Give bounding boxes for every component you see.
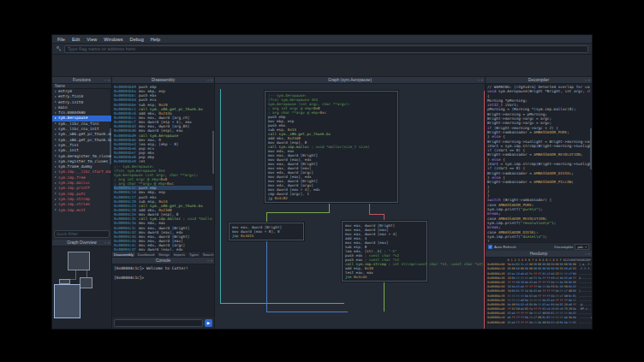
hex-row[interactable]: 0x00004c2083ec14e8a3fcffff81c3d8230000c7… [487, 272, 590, 276]
graph-edge [266, 312, 348, 312]
graph-panel-title: Graph (sym.Aeropause) [328, 78, 372, 82]
hexdump-title: Hexdump [530, 252, 548, 256]
graph-edge-false [369, 201, 370, 214]
tab-dashboard[interactable]: Dashboard [136, 252, 158, 257]
asm-line[interactable]: jne 0x4cd3 [345, 275, 424, 279]
console-panel: Console ▫× [0x00004c1c]> Welcome to Cutt… [112, 258, 214, 329]
decompiler-footer: ✓ Auto Refresh Decompiler pdc ▾ [486, 242, 592, 251]
decompiler-scrollbar[interactable] [590, 84, 592, 242]
omnibar [52, 44, 592, 55]
function-item[interactable]: sym.imp.exit [52, 208, 111, 213]
hex-row[interactable]: 0x00004c607d08017f1d8b83e8ffffff8b00c740… [487, 289, 590, 294]
close-icon[interactable]: × [588, 79, 590, 82]
graph-edge [266, 239, 267, 312]
menu-windows[interactable]: Windows [104, 37, 122, 42]
undock-icon[interactable]: ▫ [585, 79, 586, 82]
console-input-box[interactable] [114, 319, 203, 327]
graph-node-false-branch[interactable]: mov eax, dword [Bright]mov eax, dword [e… [342, 221, 427, 282]
console-input[interactable] [115, 328, 206, 334]
hex-row[interactable]: 0x00004cc0e8ffffff8b00c7400c02000000eb3e… [487, 316, 590, 320]
tab-imports[interactable]: Imports [172, 252, 188, 257]
graph-overview-titlebar[interactable]: Graph Overview ▫× [52, 240, 111, 246]
minimap-node [68, 252, 90, 270]
graph-node-a-code: ;-- sym.Aeropause:(fcn) sym.Aeropause 35… [268, 93, 395, 200]
decompiler-titlebar[interactable]: Decompiler ▫× [486, 77, 592, 84]
omnibar-input[interactable] [68, 46, 585, 51]
hex-row[interactable]: 0x00004c109066906690669090909090905589e5… [487, 267, 590, 271]
graph-node-b-code: mov eax, dword [Bright]mov dword [eax + … [232, 225, 301, 238]
menu-view[interactable]: View [86, 37, 97, 42]
menu-bar: FileEditViewWindowsDebugHelp [52, 35, 592, 44]
graph-overview-title: Graph Overview [67, 240, 97, 245]
functions-panel-title: Functions [73, 78, 91, 82]
tab-types[interactable]: Types [188, 252, 201, 257]
tab-search[interactable]: Search [201, 252, 214, 257]
decompiler-line[interactable]: } [487, 239, 592, 242]
disassembly-panel-title: Disassembly [152, 78, 175, 82]
graph-edge-true [384, 280, 385, 312]
left-column: Functions ▫× Name entry0entry.fini0entry… [52, 77, 112, 329]
console-send-button[interactable]: ▶ [205, 319, 212, 327]
graph-node-entry[interactable]: ;-- sym.Aeropause:(fcn) sym.Aeropause 35… [265, 91, 398, 203]
hexdump-panel: Hexdump ▫× 0 1 2 3 4 5 6 7 8 9 A B C D E… [486, 251, 592, 329]
graph-panel-titlebar[interactable]: Graph (sym.Aeropause) ▫× [215, 77, 485, 84]
cutter-window: FileEditViewWindowsDebugHelp Functions ▫… [51, 34, 593, 329]
menu-edit[interactable]: Edit [72, 37, 80, 42]
disassembly-scrollbar[interactable] [212, 84, 214, 251]
undock-icon[interactable]: ▫ [104, 241, 105, 245]
graph-edge [220, 303, 344, 304]
asm-line[interactable]: 0x00004c4fmov dword [eax], edx [114, 247, 214, 251]
chevron-down-icon: ▾ [585, 246, 587, 249]
hexdump-header-offset [487, 258, 504, 262]
menu-file[interactable]: File [57, 37, 65, 42]
undock-icon[interactable]: ▫ [478, 79, 479, 82]
disassembly-panel-titlebar[interactable]: Disassembly ▫× [112, 77, 214, 84]
close-icon[interactable]: × [211, 79, 212, 82]
graph-edge-true [266, 212, 267, 223]
graph-edge-false [369, 214, 385, 215]
undock-icon[interactable]: ▫ [585, 252, 586, 256]
hexdump-rows: 0 1 2 3 4 5 6 7 8 9 A B C D E F012345678… [486, 258, 592, 329]
middle-left-column: Disassembly ▫× 0x00004bb9push ebp0x00004… [112, 77, 215, 329]
undock-icon[interactable]: ▫ [207, 79, 208, 82]
hex-row[interactable]: 0x00004c70000000008b83e8ffffff8b00c7400c… [487, 294, 590, 299]
graph-edge-false [384, 214, 385, 221]
functions-panel-titlebar[interactable]: Functions ▫× [52, 77, 111, 84]
hexdump-titlebar[interactable]: Hexdump ▫× [486, 251, 592, 258]
console-output: [0x00004c1c]> Welcome to Cutter! [0x0000… [112, 264, 214, 317]
close-icon[interactable]: × [588, 252, 590, 256]
close-icon[interactable]: × [108, 241, 110, 245]
graph-node-c-code: mov eax, dword [Bright]mov eax, dword [e… [345, 223, 424, 279]
dock-area: Functions ▫× Name entry0entry.fini0entry… [52, 77, 592, 329]
toolbar-spacer [52, 55, 592, 77]
auto-refresh-checkbox[interactable]: ✓ [488, 245, 492, 249]
tab-strings[interactable]: Strings [157, 252, 171, 257]
functions-quick-filter[interactable] [54, 230, 110, 238]
decompiler-line[interactable]: Bright->ambassador = AMBASSADOR_REVOLUTI… [487, 152, 592, 157]
graph-canvas[interactable]: ;-- sym.Aeropause:(fcn) sym.Aeropause 35… [215, 84, 485, 329]
close-icon[interactable]: × [108, 79, 110, 82]
decompiler-select[interactable]: pdc ▾ [575, 244, 589, 250]
omnibar-searchbox[interactable] [64, 45, 588, 53]
console-title: Console [156, 258, 171, 263]
console-titlebar[interactable]: Console ▫× [112, 258, 214, 264]
tab-disassembly[interactable]: Disassembly [112, 252, 136, 257]
minimap-node [80, 277, 92, 288]
hex-row[interactable]: 0x00004cd083e8ffffff8b008b400483c0048b00… [487, 321, 590, 325]
minimap-edge [86, 270, 87, 277]
minimap-viewport[interactable] [54, 284, 80, 318]
quick-filter-input[interactable] [57, 232, 107, 236]
graph-node-true-branch[interactable]: mov eax, dword [Bright]mov dword [eax + … [229, 223, 304, 240]
undock-icon[interactable]: ▫ [207, 259, 208, 263]
close-icon[interactable]: × [481, 79, 483, 82]
undock-icon[interactable]: ▫ [104, 79, 105, 82]
decompiler-line[interactable]: void sym.Aeropause(Bright *Bright, int a… [487, 89, 592, 93]
close-icon[interactable]: × [211, 259, 212, 263]
asm-line[interactable]: jmp 0x4d15 [232, 234, 301, 238]
menu-debug[interactable]: Debug [130, 37, 144, 42]
graph-overview-minimap[interactable] [52, 246, 111, 329]
asm-line[interactable]: jg 0x4c82 [268, 196, 395, 200]
menu-help[interactable]: Help [151, 37, 160, 42]
disassembly-panel: Disassembly ▫× 0x00004bb9push ebp0x00004… [112, 77, 214, 251]
graph-edge-true [266, 212, 330, 213]
